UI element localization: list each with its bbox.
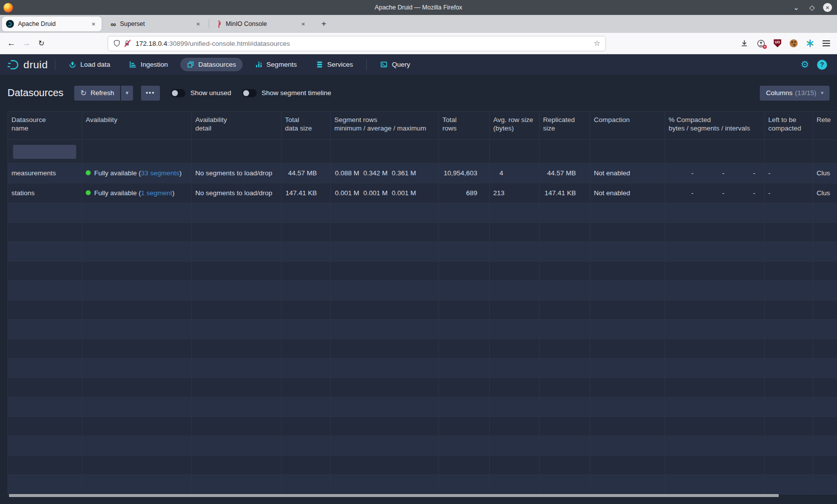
nav-item-datasources[interactable]: Datasources (180, 58, 243, 71)
table-cell-empty (281, 378, 331, 397)
refresh-button[interactable]: ↻ Refresh (74, 86, 120, 101)
cell-availability: Fully available (1 segment) (82, 183, 192, 203)
column-header-retention[interactable]: Rete (813, 112, 837, 139)
horizontal-scrollbar[interactable] (9, 494, 779, 497)
table-row-measurements[interactable]: measurements Fully available (33 segment… (7, 163, 837, 183)
table-cell-empty (439, 261, 490, 280)
column-header-total-rows[interactable]: Totalrows (439, 112, 490, 139)
tab-minio[interactable]: MinIO Console ✕ (212, 16, 311, 31)
table-cell-empty (765, 300, 813, 319)
table-cell-empty (490, 378, 540, 397)
table-cell-empty (665, 378, 765, 397)
table-row-empty (7, 397, 837, 417)
column-header-availability[interactable]: Availability (82, 112, 192, 139)
table-cell-empty (765, 339, 813, 358)
forward-icon[interactable]: → (19, 38, 34, 48)
nav-item-label: Services (327, 61, 353, 68)
tab-close-icon[interactable]: ✕ (194, 20, 202, 28)
help-icon[interactable]: ? (817, 60, 827, 70)
cell-segment-rows: 0.001 M0.001 M0.001 M (331, 183, 439, 203)
downloads-icon[interactable] (740, 39, 748, 47)
nav-item-query[interactable]: Query (374, 58, 417, 71)
table-cell-empty (490, 242, 540, 261)
nav-item-services[interactable]: Services (309, 58, 360, 71)
more-button[interactable]: ••• (141, 86, 160, 101)
cell-retention[interactable]: Clus (813, 183, 837, 203)
refresh-caret-button[interactable]: ▾ (121, 86, 133, 101)
datasource-name-filter-input[interactable] (13, 144, 76, 159)
table-cell-empty (540, 300, 590, 319)
table-header-row: Datasourcename Availability Availability… (7, 111, 837, 140)
column-header-replicated-size[interactable]: Replicatedsize (540, 112, 590, 139)
table-cell-empty (8, 475, 82, 494)
window-minimize-icon[interactable]: ⌄ (791, 3, 801, 11)
table-cell-empty (331, 378, 439, 397)
tab-superset[interactable]: ∞ Superset ✕ (107, 16, 206, 31)
cell-retention[interactable]: Clus (813, 163, 837, 183)
table-cell-empty (665, 223, 765, 242)
toggle-switch[interactable] (171, 89, 185, 97)
settings-gear-icon[interactable]: ⚙ (801, 59, 809, 70)
table-cell-empty (8, 261, 82, 280)
segments-link[interactable]: 1 segment (141, 189, 172, 197)
cell-compaction[interactable]: Not enabled (590, 183, 665, 203)
cell-compaction[interactable]: Not enabled (590, 163, 665, 183)
table-cell-empty (82, 397, 192, 416)
url-bar[interactable]: 172.18.0.4:30899/unified-console.html#da… (108, 36, 606, 51)
column-header-segment-rows[interactable]: Segment rowsminimum / average / maximum (331, 112, 439, 139)
ublock-icon[interactable]: UO (774, 39, 781, 47)
show-unused-toggle[interactable]: Show unused (171, 89, 231, 97)
table-cell-empty (192, 456, 281, 475)
column-header-compaction[interactable]: Compaction (590, 112, 665, 139)
tab-close-icon[interactable]: ✕ (90, 20, 98, 28)
cookie-icon[interactable] (790, 39, 798, 47)
tab-close-icon[interactable]: ✕ (299, 20, 307, 28)
window-maximize-icon[interactable]: ◇ (807, 3, 817, 11)
table-cell-empty (765, 320, 813, 339)
show-segment-timeline-toggle[interactable]: Show segment timeline (242, 89, 331, 97)
table-cell-empty (8, 436, 82, 455)
table-cell-empty (540, 320, 590, 339)
druid-logo[interactable]: druid (7, 58, 48, 71)
tab-title: Apache Druid (18, 20, 90, 27)
table-cell-empty (331, 475, 439, 494)
new-tab-button[interactable]: + (318, 19, 329, 29)
table-cell-empty (82, 203, 192, 222)
menu-icon[interactable] (823, 40, 830, 46)
column-header-pct-compacted[interactable]: % Compactedbytes / segments / intervals (665, 112, 765, 139)
reload-icon[interactable]: ↻ (34, 39, 49, 48)
column-header-datasource-name[interactable]: Datasourcename (8, 112, 82, 139)
table-row-stations[interactable]: stations Fully available (1 segment) No … (7, 183, 837, 203)
cell-left-to-be-compacted: - (765, 183, 813, 203)
cell-total-rows: 10,954,603 (439, 163, 490, 183)
column-header-total-data-size[interactable]: Totaldata size (281, 112, 331, 139)
column-header-availability-detail[interactable]: Availabilitydetail (192, 112, 281, 139)
cell-datasource-name[interactable]: measurements (8, 163, 82, 183)
table-cell-empty (490, 359, 540, 378)
table-cell-empty (813, 223, 837, 242)
segments-link[interactable]: 33 segments (141, 169, 179, 177)
table-row-empty (7, 223, 837, 242)
columns-button[interactable]: Columns (13/15) ▾ (760, 86, 830, 101)
nav-item-segments[interactable]: Segments (249, 58, 303, 71)
back-icon[interactable]: ← (4, 38, 19, 48)
table-cell-empty (439, 378, 490, 397)
table-cell-empty (281, 300, 331, 319)
toggle-switch[interactable] (242, 89, 257, 97)
insecure-lock-icon[interactable] (124, 39, 132, 47)
table-cell-empty (540, 281, 590, 300)
extension-asterisk-icon[interactable] (806, 39, 814, 47)
account-icon[interactable]: ✕ (757, 39, 765, 48)
nav-item-load-data[interactable]: Load data (62, 58, 117, 71)
shield-icon[interactable] (113, 39, 121, 47)
column-header-left-to-be-compacted[interactable]: Left to becompacted (765, 112, 813, 139)
table-cell-empty (540, 261, 590, 280)
cell-datasource-name[interactable]: stations (8, 183, 82, 203)
table-cell-empty (490, 339, 540, 358)
column-header-avg-row-size[interactable]: Avg. row size(bytes) (490, 112, 540, 139)
nav-item-ingestion[interactable]: Ingestion (123, 58, 174, 71)
window-close-icon[interactable]: ✕ (823, 3, 832, 12)
table-cell-empty (813, 203, 837, 222)
tab-apache-druid[interactable]: Apache Druid ✕ (2, 16, 102, 31)
bookmark-star-icon[interactable]: ☆ (594, 39, 600, 48)
